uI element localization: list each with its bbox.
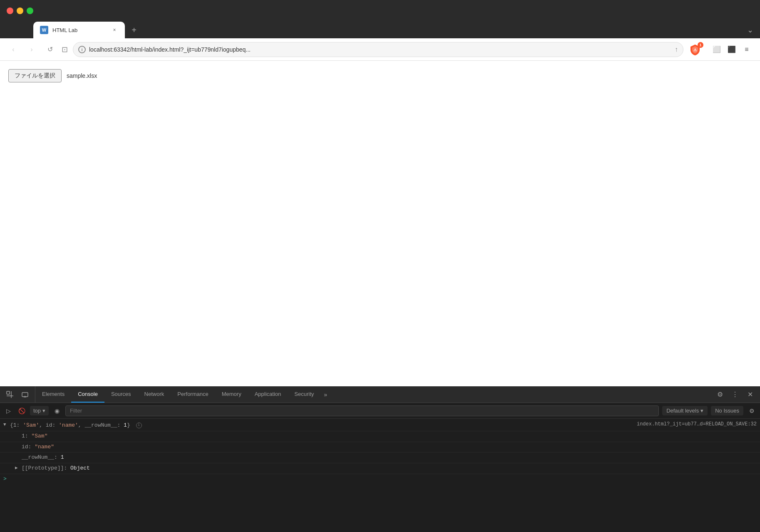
expand-arrow[interactable]: ▼	[3, 421, 8, 427]
new-tab-button[interactable]: +	[127, 22, 142, 37]
devtools-toolbar: Elements Console Sources Network Perform…	[0, 386, 760, 403]
console-entry-key-1: 1: "Sam"	[0, 431, 760, 442]
tab-security[interactable]: Security	[288, 386, 320, 403]
device-toolbar-button[interactable]	[18, 388, 32, 401]
devtools-panel: Elements Console Sources Network Perform…	[0, 386, 760, 532]
maximize-traffic-light[interactable]	[27, 7, 33, 14]
console-entry-object: ▼ {1: 'Sam', id: 'name', __rowNum__: 1} …	[0, 420, 760, 431]
console-run-button[interactable]: ▷	[3, 406, 13, 416]
console-toolbar: ▷ 🚫 top ▾ ◉ Default levels ▾ No Issues ⚙	[0, 403, 760, 419]
no-expand	[15, 432, 20, 433]
security-info-icon: i	[78, 46, 86, 53]
tab-network[interactable]: Network	[138, 386, 171, 403]
shield-badge: 1	[698, 42, 703, 48]
devtools-icon-group	[0, 386, 35, 403]
reload-button[interactable]: ↺	[43, 43, 57, 56]
tab-console[interactable]: Console	[71, 386, 104, 403]
brave-shield-icon[interactable]: ⚠ 1	[688, 43, 702, 56]
browser-menu-buttons: ⬜ ⬛ ≡	[710, 43, 753, 56]
console-output[interactable]: ▼ {1: 'Sam', id: 'name', __rowNum__: 1} …	[0, 419, 760, 532]
url-text: localhost:63342/html-lab/index.html?_ijt…	[89, 46, 670, 53]
tab-elements[interactable]: Elements	[35, 386, 71, 403]
console-source-link[interactable]: index.html?_ijt=ub77…d=RELOAD_ON_SAVE:32	[628, 421, 757, 427]
expand-prototype-arrow[interactable]: ▶	[15, 464, 20, 470]
devtools-close-button[interactable]: ✕	[743, 388, 757, 401]
console-entry-text: {1: 'Sam', id: 'name', __rowNum__: 1} i	[10, 421, 628, 430]
file-select-button[interactable]: ファイルを選択	[8, 69, 62, 82]
svg-text:⚠: ⚠	[693, 48, 697, 52]
no-expand	[15, 453, 20, 454]
tab-sources[interactable]: Sources	[104, 386, 138, 403]
console-entry-prototype: ▶ [[Prototype]]: Object	[0, 463, 760, 474]
console-entry-rownum: __rowNum__: 1	[0, 452, 760, 463]
split-view-button[interactable]: ⬜	[710, 43, 723, 56]
tab-application[interactable]: Application	[248, 386, 288, 403]
more-tabs-button[interactable]: »	[320, 391, 330, 398]
devtools-settings-group: ⚙ ⋮ ✕	[710, 388, 760, 401]
tab-bar: W HTML Lab × + ⌄	[0, 22, 760, 38]
devtools-more-options-button[interactable]: ⋮	[728, 388, 742, 401]
tab-close-button[interactable]: ×	[111, 26, 118, 34]
bookmark-button[interactable]: ⊡	[62, 45, 68, 54]
tab-title: HTML Lab	[52, 27, 107, 33]
no-expand	[15, 443, 20, 444]
title-bar	[0, 0, 760, 22]
back-button[interactable]: ‹	[7, 43, 20, 56]
url-bar[interactable]: i localhost:63342/html-lab/index.html?_i…	[73, 42, 683, 57]
console-filter-input[interactable]	[65, 405, 659, 416]
forward-button[interactable]: ›	[25, 43, 38, 56]
extensions-button[interactable]: ⬛	[725, 43, 738, 56]
console-clear-button[interactable]: 🚫	[17, 406, 27, 416]
main-menu-button[interactable]: ≡	[740, 43, 753, 56]
close-traffic-light[interactable]	[7, 7, 13, 14]
default-levels-dropdown[interactable]: Default levels ▾	[662, 406, 708, 415]
tab-menu-button[interactable]: ⌄	[747, 25, 760, 35]
prompt-symbol: >	[3, 476, 7, 482]
file-name-label: sample.xlsx	[67, 72, 97, 79]
info-icon: i	[136, 423, 142, 428]
console-eye-button[interactable]: ◉	[52, 406, 62, 416]
minimize-traffic-light[interactable]	[17, 7, 23, 14]
devtools-settings-button[interactable]: ⚙	[713, 388, 727, 401]
console-settings-button[interactable]: ⚙	[747, 406, 757, 416]
share-button[interactable]: ↑	[675, 46, 678, 53]
devtools-tabs: Elements Console Sources Network Perform…	[35, 386, 710, 403]
main-content: ファイルを選択 sample.xlsx	[0, 61, 760, 386]
no-issues-badge[interactable]: No Issues	[711, 406, 743, 415]
tab-performance[interactable]: Performance	[171, 386, 215, 403]
tab-memory[interactable]: Memory	[215, 386, 248, 403]
file-input-area: ファイルを選択 sample.xlsx	[8, 69, 752, 82]
address-bar: ‹ › ↺ ⊡ i localhost:63342/html-lab/index…	[0, 38, 760, 61]
svg-rect-1	[7, 391, 10, 394]
console-entry-key-id: id: "name"	[0, 442, 760, 453]
console-context-selector[interactable]: top ▾	[30, 406, 49, 415]
console-prompt[interactable]: >	[0, 474, 760, 484]
tab-favicon: W	[40, 26, 48, 34]
inspect-element-button[interactable]	[3, 388, 17, 401]
active-tab[interactable]: W HTML Lab ×	[33, 22, 125, 38]
traffic-lights	[7, 7, 33, 14]
browser-actions: ⚠ 1	[688, 43, 702, 56]
